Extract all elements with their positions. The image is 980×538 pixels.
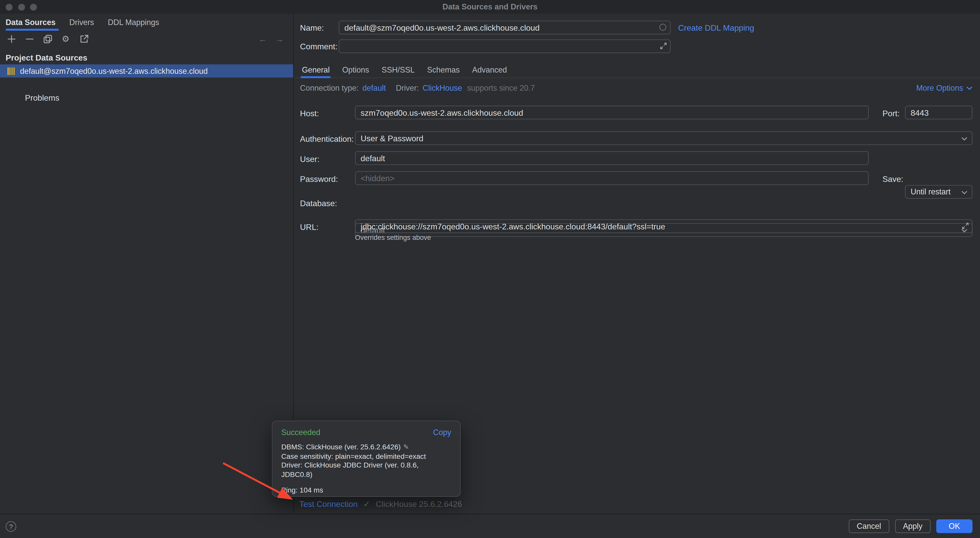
- clickhouse-icon: [7, 67, 16, 75]
- authentication-dropdown[interactable]: User & Password: [355, 131, 973, 145]
- cancel-button[interactable]: Cancel: [849, 519, 889, 533]
- apply-button[interactable]: Apply: [895, 519, 931, 533]
- expand-icon[interactable]: [660, 42, 667, 49]
- sidebar-tabs: Data Sources Drivers DDL Mappings: [0, 14, 293, 31]
- test-connection-popup: Succeeded Copy DBMS: ClickHouse (ver. 25…: [272, 420, 461, 497]
- history-nav: ← →: [259, 31, 284, 47]
- datasource-list-item[interactable]: default@szm7oqed0o.us-west-2.aws.clickho…: [0, 64, 293, 77]
- user-field: [355, 151, 869, 165]
- name-input[interactable]: [339, 21, 671, 35]
- ping-line: Ping: 104 ms: [281, 485, 451, 495]
- pencil-icon[interactable]: ✎: [403, 443, 409, 450]
- comment-field: [339, 39, 671, 53]
- comment-label: Comment:: [300, 42, 337, 51]
- dialog-footer: ? Cancel Apply OK: [0, 514, 980, 538]
- data-sources-dialog: Data Sources and Drivers Data Sources Dr…: [0, 0, 980, 538]
- case-sensitivity-line: Case sensitivity: plain=exact, delimited…: [281, 452, 451, 461]
- gear-icon[interactable]: ⚙: [60, 34, 70, 44]
- sidebar-toolbar: ⚙ ← →: [0, 31, 293, 47]
- datasource-name: default@szm7oqed0o.us-west-2.aws.clickho…: [20, 67, 208, 75]
- open-in-editor-icon[interactable]: [79, 34, 89, 44]
- tab-general[interactable]: General: [296, 62, 336, 78]
- connection-type-row: Connection type: default Driver: ClickHo…: [300, 84, 535, 92]
- tab-advanced[interactable]: Advanced: [466, 62, 513, 78]
- tab-data-sources[interactable]: Data Sources: [6, 14, 62, 31]
- tab-ddl-mappings[interactable]: DDL Mappings: [101, 14, 166, 31]
- ok-button[interactable]: OK: [936, 519, 973, 533]
- status-text: Succeeded: [281, 428, 320, 437]
- tab-options[interactable]: Options: [336, 62, 375, 78]
- name-field: [339, 21, 671, 35]
- window-titlebar: Data Sources and Drivers: [0, 0, 980, 14]
- url-input[interactable]: [355, 220, 973, 233]
- create-ddl-mapping-link[interactable]: Create DDL Mapping: [678, 23, 754, 33]
- color-picker-icon[interactable]: [659, 24, 666, 31]
- more-options-link[interactable]: More Options: [916, 84, 972, 92]
- connection-type-value-link[interactable]: default: [362, 84, 386, 92]
- chevron-down-icon: [961, 137, 967, 141]
- save-label: Save:: [882, 175, 903, 184]
- connection-result-text: ClickHouse 25.6.2.6426: [376, 500, 462, 509]
- tab-schemas[interactable]: Schemas: [421, 62, 466, 78]
- user-input[interactable]: [355, 151, 869, 165]
- tab-drivers[interactable]: Drivers: [62, 14, 101, 31]
- dbms-text: DBMS: ClickHouse (ver. 25.6.2.6426): [281, 443, 401, 450]
- save-dropdown[interactable]: Until restart: [905, 185, 972, 199]
- port-field: [905, 105, 972, 119]
- chevron-down-icon: [961, 191, 967, 194]
- test-connection-link[interactable]: Test Connection: [299, 500, 358, 509]
- url-label: URL:: [300, 223, 318, 232]
- password-label: Password:: [300, 175, 338, 184]
- close-button[interactable]: [6, 4, 13, 11]
- copy-link[interactable]: Copy: [433, 428, 451, 437]
- name-label: Name:: [300, 23, 324, 33]
- check-icon: ✓: [363, 500, 370, 509]
- database-label: Database:: [300, 199, 337, 208]
- add-icon[interactable]: [6, 34, 16, 44]
- user-label: User:: [300, 154, 319, 164]
- host-input[interactable]: [355, 105, 869, 119]
- driver-value-link[interactable]: ClickHouse: [423, 84, 462, 92]
- zoom-button[interactable]: [30, 4, 37, 11]
- connection-type-label: Connection type:: [300, 84, 359, 92]
- back-icon[interactable]: ←: [259, 34, 267, 43]
- port-input[interactable]: [905, 105, 972, 119]
- footer-buttons: Cancel Apply OK: [849, 519, 973, 533]
- popup-header: Succeeded Copy: [281, 428, 451, 437]
- save-value: Until restart: [910, 188, 950, 196]
- password-field: [355, 171, 869, 185]
- forward-icon[interactable]: →: [276, 34, 284, 43]
- dbms-line: DBMS: ClickHouse (ver. 25.6.2.6426)✎: [281, 442, 451, 451]
- popup-body: DBMS: ClickHouse (ver. 25.6.2.6426)✎ Cas…: [281, 442, 451, 495]
- window-title: Data Sources and Drivers: [442, 3, 538, 11]
- config-tabs: General Options SSH/SSL Schemas Advanced: [294, 62, 980, 78]
- help-icon[interactable]: ?: [6, 521, 16, 532]
- sidebar: Data Sources Drivers DDL Mappings ⚙ ← →: [0, 14, 294, 514]
- url-note: Overrides settings above: [355, 234, 431, 241]
- problems-node[interactable]: Problems: [25, 93, 59, 103]
- traffic-lights: [6, 4, 37, 11]
- driver-support-note: supports since 20.7: [467, 84, 535, 92]
- minimize-button[interactable]: [18, 4, 25, 11]
- comment-input[interactable]: [339, 39, 671, 53]
- remove-icon[interactable]: [24, 34, 34, 44]
- password-input[interactable]: [355, 171, 869, 185]
- host-label: Host:: [300, 109, 319, 118]
- tab-ssh-ssl[interactable]: SSH/SSL: [375, 62, 421, 78]
- test-connection-row: Test Connection ✓ ClickHouse 25.6.2.6426: [299, 500, 462, 509]
- port-label: Port:: [882, 109, 899, 118]
- expand-icon[interactable]: [962, 223, 969, 229]
- authentication-label: Authentication:: [300, 134, 353, 144]
- host-field: [355, 105, 869, 119]
- authentication-value: User & Password: [361, 133, 423, 143]
- url-field: [355, 220, 973, 233]
- driver-label: Driver:: [396, 84, 419, 92]
- driver-line: Driver: ClickHouse JDBC Driver (ver. 0.8…: [281, 461, 451, 479]
- duplicate-icon[interactable]: [42, 34, 52, 44]
- project-data-sources-heading: Project Data Sources: [6, 53, 88, 62]
- chevron-down-icon: [966, 86, 972, 90]
